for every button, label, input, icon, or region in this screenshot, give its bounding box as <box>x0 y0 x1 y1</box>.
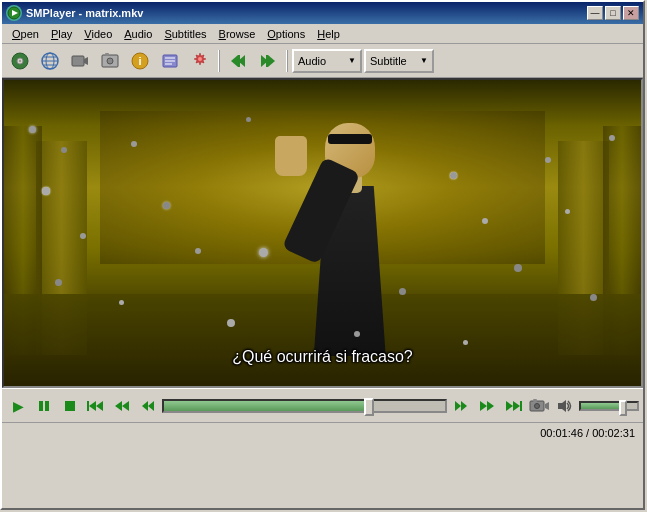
mute-button[interactable] <box>553 395 577 417</box>
volume-bar[interactable] <box>579 401 639 411</box>
menu-options[interactable]: Options <box>261 26 311 42</box>
svg-marker-37 <box>148 401 154 411</box>
menu-open[interactable]: Open <box>6 26 45 42</box>
maximize-button[interactable]: □ <box>605 6 621 20</box>
next-button[interactable] <box>254 48 282 74</box>
svg-marker-43 <box>513 401 520 411</box>
svg-marker-36 <box>142 401 148 411</box>
svg-marker-41 <box>487 401 494 411</box>
menu-help[interactable]: Help <box>311 26 346 42</box>
particle <box>482 218 488 224</box>
svg-rect-30 <box>65 401 75 411</box>
next-chapter-button[interactable] <box>501 395 525 417</box>
particle <box>119 300 124 305</box>
svg-rect-14 <box>105 53 109 56</box>
svg-rect-44 <box>520 401 522 411</box>
svg-marker-38 <box>455 401 461 411</box>
subtitle-arrow: ▼ <box>420 56 428 65</box>
audio-arrow: ▼ <box>348 56 356 65</box>
video-url-button[interactable] <box>66 48 94 74</box>
svg-marker-39 <box>461 401 467 411</box>
particle <box>565 209 570 214</box>
svg-marker-34 <box>115 401 122 411</box>
svg-marker-35 <box>122 401 129 411</box>
minimize-button[interactable]: — <box>587 6 603 20</box>
stop-button[interactable] <box>58 395 82 417</box>
play-button[interactable]: ▶ <box>6 395 30 417</box>
pause-button[interactable] <box>32 395 56 417</box>
svg-marker-22 <box>231 55 238 67</box>
toolbar: i <box>2 44 643 78</box>
svg-marker-11 <box>84 57 88 65</box>
svg-marker-48 <box>545 402 549 410</box>
svg-rect-29 <box>45 401 49 411</box>
menu-audio[interactable]: Audio <box>118 26 158 42</box>
progress-bar[interactable] <box>162 399 447 413</box>
time-display: 00:01:46 / 00:02:31 <box>540 427 635 439</box>
progress-thumb[interactable] <box>364 398 374 416</box>
particle <box>399 288 406 295</box>
menu-browse[interactable]: Browse <box>213 26 262 42</box>
menu-subtitles[interactable]: Subtitles <box>158 26 212 42</box>
url-button[interactable] <box>36 48 64 74</box>
volume-thumb[interactable] <box>619 400 627 416</box>
svg-text:i: i <box>138 55 141 67</box>
status-bar: 00:01:46 / 00:02:31 <box>2 422 643 442</box>
window-title: SMPlayer - matrix.mkv <box>26 7 143 19</box>
prev-button[interactable] <box>224 48 252 74</box>
svg-rect-33 <box>87 401 89 411</box>
audio-dropdown[interactable]: Audio ▼ <box>292 49 362 73</box>
title-bar: SMPlayer - matrix.mkv — □ ✕ <box>2 2 643 24</box>
dvd-button[interactable] <box>6 48 34 74</box>
particle <box>227 319 235 327</box>
svg-marker-32 <box>96 401 103 411</box>
toolbar-separator-2 <box>286 50 288 72</box>
title-buttons: — □ ✕ <box>587 6 639 20</box>
svg-marker-49 <box>558 400 566 412</box>
forward-fast-button[interactable] <box>475 395 499 417</box>
subtitle-label: Subtitle <box>370 55 407 67</box>
svg-rect-28 <box>39 401 43 411</box>
svg-marker-42 <box>506 401 513 411</box>
figure-hand <box>275 136 307 176</box>
config-button[interactable] <box>186 48 214 74</box>
forward-button[interactable] <box>449 395 473 417</box>
info-button[interactable]: i <box>126 48 154 74</box>
app-icon <box>6 5 22 21</box>
screenshot-ctrl-button[interactable] <box>527 395 551 417</box>
particle <box>514 264 522 272</box>
rewind-fast-button[interactable] <box>110 395 134 417</box>
subtitle-display: ¿Qué ocurrirá si fracaso? <box>4 348 641 366</box>
svg-marker-25 <box>268 55 275 67</box>
svg-marker-40 <box>480 401 487 411</box>
svg-rect-47 <box>533 399 537 402</box>
svg-point-21 <box>198 57 202 61</box>
video-scene: ¿Qué ocurrirá si fracaso? <box>4 80 641 386</box>
particle <box>450 172 457 179</box>
particle <box>545 157 551 163</box>
prev-chapter-button[interactable] <box>84 395 108 417</box>
main-window: SMPlayer - matrix.mkv — □ ✕ Open Play Vi… <box>0 0 645 510</box>
menu-bar: Open Play Video Audio Subtitles Browse O… <box>2 24 643 44</box>
video-area[interactable]: ¿Qué ocurrirá si fracaso? <box>2 78 643 388</box>
title-bar-left: SMPlayer - matrix.mkv <box>6 5 143 21</box>
close-button[interactable]: ✕ <box>623 6 639 20</box>
svg-point-46 <box>535 403 540 408</box>
audio-label: Audio <box>298 55 326 67</box>
svg-marker-31 <box>89 401 96 411</box>
svg-rect-10 <box>72 56 84 66</box>
subtitle-dropdown[interactable]: Subtitle ▼ <box>364 49 434 73</box>
playlist-button[interactable] <box>156 48 184 74</box>
particle <box>246 117 251 122</box>
figure-glasses <box>328 134 372 144</box>
screenshot-button[interactable] <box>96 48 124 74</box>
rewind-button[interactable] <box>136 395 160 417</box>
particle <box>463 340 468 345</box>
progress-fill <box>164 401 369 411</box>
menu-video[interactable]: Video <box>78 26 118 42</box>
controls-bar: ▶ <box>2 388 643 422</box>
volume-fill <box>581 403 623 409</box>
svg-point-4 <box>19 60 21 62</box>
toolbar-separator-1 <box>218 50 220 72</box>
menu-play[interactable]: Play <box>45 26 78 42</box>
